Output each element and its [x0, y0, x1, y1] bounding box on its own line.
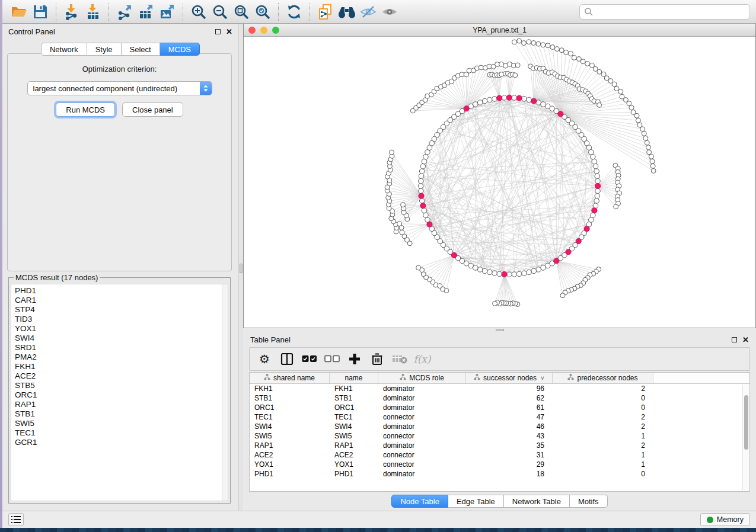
network-titlebar[interactable]: YPA_prune.txt_1 [244, 24, 755, 37]
scrollbar-thumb[interactable] [744, 395, 748, 450]
table-cell[interactable]: 1 [553, 431, 653, 441]
table-cell[interactable]: 2 [553, 422, 653, 431]
show-columns-icon[interactable] [277, 350, 297, 368]
first-neighbors-icon[interactable] [336, 2, 358, 22]
memory-button[interactable]: Memory [700, 513, 750, 526]
import-table-icon[interactable] [82, 2, 104, 22]
table-cell[interactable]: dominator [378, 393, 466, 403]
tab-mcds[interactable]: MCDS [160, 43, 200, 56]
search-input[interactable] [579, 4, 750, 20]
table-cell[interactable]: dominator [378, 384, 466, 393]
table-cell[interactable]: ORC1 [330, 403, 378, 412]
table-cell[interactable]: SWI4 [250, 422, 330, 431]
column-header-name[interactable]: name [330, 373, 378, 383]
result-scrollbar[interactable] [222, 284, 228, 501]
mcds-result-item[interactable]: PMA2 [15, 352, 228, 362]
network-canvas[interactable] [244, 37, 755, 328]
table-cell[interactable]: 0 [553, 393, 653, 403]
horizontal-splitter[interactable] [243, 328, 756, 332]
table-cell[interactable]: 47 [466, 412, 553, 422]
table-cell[interactable]: 1 [553, 450, 653, 460]
mcds-result-listbox[interactable]: PHD1CAR1STP4TID3YOX1SWI4SRD1PMA2FKH1ACE2… [11, 284, 228, 501]
table-cell[interactable]: 96 [466, 384, 553, 393]
close-panel-icon[interactable]: ✕ [226, 28, 232, 36]
deselect-all-icon[interactable] [322, 350, 342, 368]
table-settings-icon[interactable]: ⚙ [254, 350, 275, 368]
table-cell[interactable]: SWI5 [330, 431, 378, 441]
select-all-icon[interactable] [299, 350, 320, 368]
tab-network-table[interactable]: Network Table [504, 495, 570, 508]
mcds-result-item[interactable]: SWI5 [15, 419, 228, 428]
zoom-fit-icon[interactable] [231, 2, 252, 22]
table-cell[interactable]: 62 [466, 393, 553, 403]
zoom-out-icon[interactable] [209, 2, 231, 22]
table-cell[interactable]: TEC1 [330, 412, 378, 422]
table-row[interactable]: PHD1PHD1dominator180 [250, 469, 749, 479]
mcds-result-item[interactable]: SWI4 [15, 334, 228, 343]
table-cell[interactable]: YOX1 [330, 460, 378, 469]
float-panel-icon[interactable] [732, 337, 737, 342]
zoom-in-icon[interactable] [188, 2, 209, 22]
mcds-result-item[interactable]: ORC1 [15, 390, 228, 400]
table-cell[interactable]: RAP1 [250, 441, 330, 450]
table-cell[interactable]: dominator [378, 403, 466, 412]
table-cell[interactable]: STB1 [330, 393, 378, 403]
export-network-icon[interactable] [114, 2, 135, 22]
import-network-icon[interactable] [61, 2, 82, 22]
mcds-result-item[interactable]: SRD1 [15, 343, 228, 352]
open-icon[interactable] [8, 2, 30, 22]
table-cell[interactable]: 29 [466, 460, 553, 469]
table-row[interactable]: TEC1TEC1connector472 [250, 412, 749, 422]
table-cell[interactable]: 2 [553, 441, 653, 450]
save-icon[interactable] [30, 2, 51, 22]
table-cell[interactable]: 2 [553, 412, 653, 422]
tab-motifs[interactable]: Motifs [570, 495, 608, 508]
mcds-result-item[interactable]: STB1 [15, 409, 228, 419]
mcds-result-item[interactable]: TEC1 [15, 428, 228, 438]
table-cell[interactable]: STB1 [250, 393, 330, 403]
tab-select[interactable]: Select [122, 43, 160, 56]
export-image-icon[interactable] [157, 2, 178, 22]
table-cell[interactable]: TEC1 [250, 412, 330, 422]
mcds-result-item[interactable]: STB5 [15, 381, 228, 390]
mcds-result-item[interactable]: FKH1 [15, 362, 228, 371]
splitter-handle[interactable] [496, 329, 504, 331]
criterion-dropdown[interactable]: largest connected component (undirected) [27, 81, 212, 95]
table-cell[interactable]: 2 [553, 384, 653, 393]
table-row[interactable]: SWI5SWI5connector431 [250, 431, 749, 441]
table-cell[interactable]: PHD1 [250, 469, 330, 479]
mcds-result-item[interactable]: ACE2 [15, 371, 228, 381]
node-table[interactable]: shared namenameMCDS rolesuccessor nodes˅… [249, 372, 750, 492]
table-row[interactable]: YOX1YOX1connector291 [250, 460, 749, 469]
tab-node-table[interactable]: Node Table [391, 495, 448, 508]
table-row[interactable]: ORC1ORC1dominator610 [250, 403, 749, 412]
delete-column-icon[interactable] [367, 350, 387, 368]
table-cell[interactable]: PHD1 [330, 469, 378, 479]
table-cell[interactable]: 18 [466, 469, 553, 479]
table-row[interactable]: SWI4SWI4dominator462 [250, 422, 749, 431]
table-cell[interactable]: ACE2 [250, 450, 330, 460]
float-panel-icon[interactable] [215, 29, 221, 34]
table-cell[interactable]: connector [378, 431, 466, 441]
tab-network[interactable]: Network [41, 43, 87, 56]
mcds-result-item[interactable]: GCR1 [15, 438, 228, 447]
table-cell[interactable]: 61 [466, 403, 553, 412]
column-header-MCDS-role[interactable]: MCDS role [378, 373, 466, 383]
table-scrollbar[interactable] [742, 384, 749, 491]
table-cell[interactable]: YOX1 [250, 460, 330, 469]
close-panel-button[interactable]: Close panel [122, 102, 183, 117]
splitter-handle[interactable] [240, 264, 243, 273]
zoom-selected-icon[interactable] [252, 2, 273, 22]
delete-table-icon[interactable] [390, 350, 410, 368]
table-cell[interactable]: connector [378, 460, 466, 469]
clone-network-icon[interactable] [315, 2, 336, 22]
function-builder-icon[interactable]: f(x) [412, 350, 432, 368]
table-cell[interactable]: dominator [378, 441, 466, 450]
mcds-result-item[interactable]: RAP1 [15, 400, 228, 409]
export-table-icon[interactable] [135, 2, 157, 22]
table-cell[interactable]: 46 [466, 422, 553, 431]
column-header-shared-name[interactable]: shared name [250, 373, 330, 383]
table-cell[interactable]: 1 [553, 460, 653, 469]
column-header-successor-nodes[interactable]: successor nodes˅ [466, 373, 553, 383]
table-cell[interactable]: dominator [378, 469, 466, 479]
